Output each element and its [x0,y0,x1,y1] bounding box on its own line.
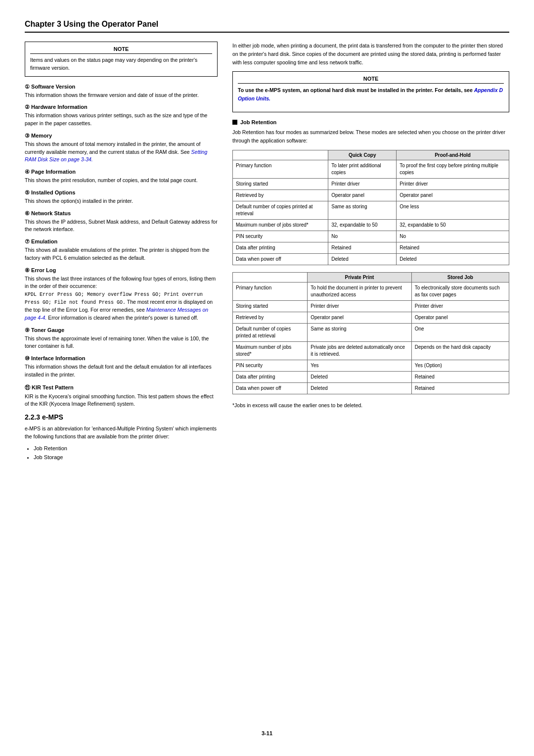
table1-row-col1-6: Retained [328,242,397,253]
section-network-status: ⑥ Network Status This shows the IP addre… [25,210,218,234]
table1-row-label-0: Primary function [233,160,328,178]
table2-row-col2-3: One [411,323,509,341]
table1-row-label-3: Default number of copies printed at retr… [233,201,328,219]
table-row: Primary function To later print addition… [233,160,509,178]
table-private-print: Private Print Stored Job Primary functio… [232,272,509,394]
note-text: Items and values on the status page may … [30,56,212,72]
section-text-4: This shows the print resolution, number … [25,177,218,185]
table-row: Storing started Printer driver Printer d… [233,178,509,189]
left-column: NOTE Items and values on the status page… [25,42,218,720]
section-heading-1: ① Software Version [25,84,218,90]
section-heading-8: ⑧ Error Log [25,267,218,274]
table1-row-label-6: Data after printing [233,242,328,253]
table1-row-label-7: Data when power off [233,253,328,265]
emps-heading: 2.2.3 e-MPS [25,413,218,421]
right-column: In either job mode, when printing a docu… [232,42,509,720]
note-label: NOTE [30,46,212,54]
chapter-title: Chapter 3 Using the Operator Panel [25,20,509,33]
table2-row-label-2: Retrieved by [233,312,308,323]
emps-intro: e-MPS is an abbreviation for 'enhanced-M… [25,425,218,441]
table2-row-col1-5: Yes [308,360,411,371]
table1-row-col1-3: Same as storing [328,201,397,219]
section-memory: ③ Memory This shows the amount of total … [25,133,218,164]
job-retention-heading: Job Retention [232,119,509,125]
section-kir-test: ⑪ KIR Test Pattern KIR is the Kyocera's … [25,384,218,409]
table2-row-col2-2: Operator panel [411,312,509,323]
table-quick-copy: Quick Copy Proof-and-Hold Primary functi… [232,150,509,265]
table1-row-col1-5: No [328,231,397,242]
table1-row-col2-3: One less [397,201,509,219]
table1-row-label-1: Storing started [233,178,328,189]
table2-row-label-3: Default number of copies printed at retr… [233,323,308,341]
table1-row-col2-1: Printer driver [397,178,509,189]
table2-row-label-5: PIN security [233,360,308,371]
job-retention-label-text: Job Retention [240,119,276,125]
table2-row-col1-6: Deleted [308,371,411,382]
table-row: Default number of copies printed at retr… [233,201,509,219]
section-text-10: This information shows the default font … [25,363,218,379]
table2-header-empty [233,272,308,282]
table-row: Data after printing Deleted Retained [233,371,509,382]
emps-bullet-list: Job Retention Job Storage [25,444,218,462]
table1-row-col2-4: 32, expandable to 50 [397,219,509,231]
table1-row-col1-1: Printer driver [328,178,397,189]
jr-description: Job Retention has four modes as summariz… [232,128,509,145]
table-row: Data when power off Deleted Deleted [233,253,509,265]
table2-row-col1-2: Operator panel [308,312,411,323]
table2-row-col2-1: Printer driver [411,300,509,312]
section-error-log: ⑧ Error Log This shows the last three in… [25,267,218,322]
section-interface-info: ⑩ Interface Information This information… [25,355,218,379]
section-text-1: This information shows the firmware vers… [25,92,218,99]
section-text-8: This shows the last three instances of t… [25,275,218,322]
section-text-9: This shows the approximate level of rema… [25,335,218,351]
table-row: Maximum number of jobs stored* Private j… [233,341,509,360]
section-heading-3: ③ Memory [25,133,218,139]
section-page-info: ④ Page Information This shows the print … [25,169,218,185]
section-text-2: This information shows various printer s… [25,112,218,128]
list-item: Job Storage [34,453,218,462]
footnote: *Jobs in excess will cause the earlier o… [232,401,509,410]
table-row: Retrieved by Operator panel Operator pan… [233,312,509,323]
section-heading-7: ⑦ Emulation [25,238,218,245]
section-software-version: ① Software Version This information show… [25,84,218,99]
section-heading-5: ⑤ Installed Options [25,189,218,196]
black-square-icon [232,120,237,125]
section-emulation: ⑦ Emulation This shows all available emu… [25,238,218,262]
right-intro-para: In either job mode, when printing a docu… [232,42,509,66]
table2-header-private-print: Private Print [308,272,411,282]
table2-row-col1-0: To hold the document in printer to preve… [308,282,411,300]
section-heading-9: ⑨ Toner Gauge [25,327,218,333]
table1-row-col2-5: No [397,231,509,242]
list-item: Job Retention [34,444,218,453]
table-row: Storing started Printer driver Printer d… [233,300,509,312]
table2-row-col2-6: Retained [411,371,509,382]
section-text-11: KIR is the Kyocera's original smoothing … [25,393,218,409]
table2-row-col2-5: Yes (Option) [411,360,509,371]
ram-disk-link[interactable]: Setting RAM Disk Size on page 3-34. [25,149,207,163]
table2-row-col2-0: To electronically store documents such a… [411,282,509,300]
table2-row-col1-1: Printer driver [308,300,411,312]
table1-row-col2-0: To proof the first copy before printing … [397,160,509,178]
table-row: Primary function To hold the document in… [233,282,509,300]
section-toner-gauge: ⑨ Toner Gauge This shows the approximate… [25,327,218,351]
right-note-text: To use the e-MPS system, an optional har… [238,86,504,103]
table2-row-col1-3: Same as storing [308,323,411,341]
emps-section: 2.2.3 e-MPS e-MPS is an abbreviation for… [25,413,218,462]
table1-row-col1-0: To later print additional copies [328,160,397,178]
table2-header-stored-job: Stored Job [411,272,509,282]
table1-row-col2-6: Retained [397,242,509,253]
table1-header-empty [233,150,328,160]
right-note-bold: To use the e-MPS system, an optional har… [238,87,474,93]
table2-row-label-0: Primary function [233,282,308,300]
table-row: Data after printing Retained Retained [233,242,509,253]
maintenance-messages-link[interactable]: Maintenance Messages on page 4-4. [25,307,208,321]
table-row: Retrieved by Operator panel Operator pan… [233,189,509,201]
section-heading-2: ② Hardware Information [25,104,218,110]
table2-row-col2-4: Depends on the hard disk capacity [411,341,509,360]
section-text-3: This shows the amount of total memory in… [25,141,218,164]
section-text-6: This shows the IP address, Subnet Mask a… [25,218,218,234]
note-box-right: NOTE To use the e-MPS system, an optiona… [232,71,509,112]
table1-row-col2-2: Operator panel [397,189,509,201]
table2-row-col1-4: Private jobs are deleted automatically o… [308,341,411,360]
right-note-label: NOTE [238,76,504,84]
